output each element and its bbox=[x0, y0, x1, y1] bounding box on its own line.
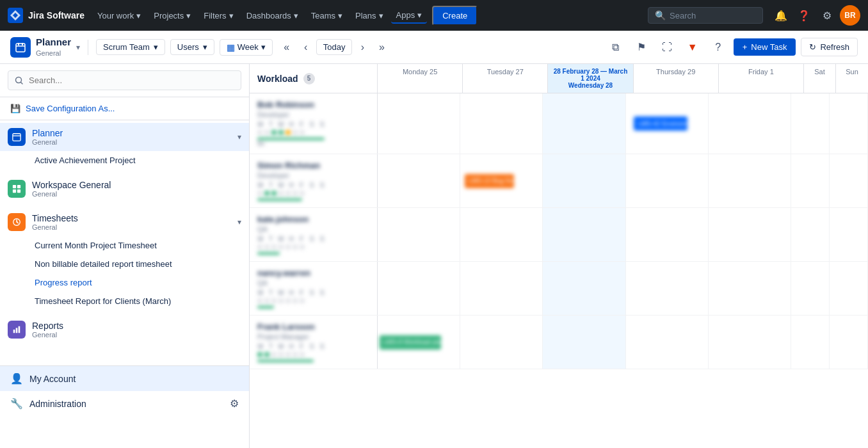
week-fast-back-button[interactable]: « bbox=[278, 38, 296, 56]
day-letters: MTWHFSS bbox=[257, 121, 369, 128]
main-layout: 💾 Save Configuration As... Planner Gener… bbox=[0, 64, 868, 448]
workload-bar bbox=[257, 360, 314, 362]
workload-count: 5h bbox=[257, 140, 369, 147]
cal-header-thu: Thursday 29 bbox=[634, 64, 719, 93]
sidebar-sub-progress-report[interactable]: Progress report bbox=[0, 273, 249, 292]
nav-dashboards[interactable]: Dashboards ▾ bbox=[241, 8, 303, 23]
reports-item-sub: General bbox=[32, 331, 241, 339]
flag-icon[interactable]: ⚑ bbox=[631, 37, 652, 58]
workload-dots bbox=[257, 191, 369, 196]
my-account-label: My Account bbox=[29, 374, 76, 384]
user-frank: Frank Larsson Project Manager MTWHFSS bbox=[250, 316, 378, 369]
gantt-cell bbox=[378, 93, 460, 154]
help-circle-icon[interactable]: ? bbox=[708, 37, 728, 58]
task-bar[interactable]: LMS-13 Bug fixing bbox=[465, 174, 514, 188]
week-back-button[interactable]: ‹ bbox=[297, 38, 315, 56]
user-name: Frank Larsson bbox=[257, 322, 369, 332]
gear-icon[interactable]: ⚙ bbox=[230, 397, 239, 410]
refresh-button[interactable]: ↻ Refresh bbox=[801, 38, 858, 56]
new-task-label: New Task bbox=[751, 42, 787, 52]
nav-plans[interactable]: Plans ▾ bbox=[350, 8, 389, 23]
sidebar-sub-current-month[interactable]: Current Month Project Timesheet bbox=[0, 236, 249, 255]
week-navigation: « ‹ Today › » bbox=[278, 38, 391, 56]
gantt-cell bbox=[709, 93, 791, 154]
timesheets-item-text: Timesheets General bbox=[32, 213, 231, 231]
sidebar-sub-active-achievement[interactable]: Active Achievement Project bbox=[0, 151, 249, 170]
cal-header-tue: Tuesday 27 bbox=[463, 64, 548, 93]
users-selector[interactable]: Users ▾ bbox=[170, 39, 214, 55]
planner-item-sub: General bbox=[32, 138, 231, 146]
week-forward-button[interactable]: › bbox=[353, 38, 371, 56]
settings-icon[interactable]: ⚙ bbox=[817, 5, 837, 26]
user-role: Developer bbox=[257, 111, 369, 118]
gantt-cell bbox=[626, 316, 709, 369]
sidebar-section-reports: Reports General bbox=[0, 313, 249, 346]
user-kate: kate.johnson QA MTWHFSS bbox=[250, 208, 378, 261]
sidebar-sub-non-billable[interactable]: Non billable detailed report timesheet bbox=[0, 255, 249, 273]
nav-your-work[interactable]: Your work ▾ bbox=[92, 8, 146, 23]
sidebar-search-container bbox=[0, 64, 249, 97]
planner-subtitle: General bbox=[36, 49, 61, 57]
save-config-button[interactable]: 💾 Save Configuration As... bbox=[0, 97, 249, 120]
gantt-cell: LMS-8 Workload planning bbox=[378, 316, 460, 369]
nav-teams[interactable]: Teams ▾ bbox=[306, 8, 348, 23]
user-name: Bob Robinson bbox=[257, 100, 369, 109]
nav-apps[interactable]: Apps ▾ bbox=[391, 8, 428, 24]
task-bar[interactable]: LMS-8 Workload planning bbox=[380, 335, 441, 349]
help-icon[interactable]: ❓ bbox=[794, 5, 814, 26]
nav-filters[interactable]: Filters ▾ bbox=[198, 8, 238, 23]
notifications-icon[interactable]: 🔔 bbox=[771, 5, 791, 26]
filter-icon[interactable]: ▼ bbox=[682, 37, 703, 58]
workspace-item-name: Workspace General bbox=[32, 180, 241, 190]
planner-item-text: Planner General bbox=[32, 128, 231, 146]
planner-sidebar-icon bbox=[8, 128, 26, 146]
planner-expand-icon[interactable]: ▾ bbox=[76, 43, 80, 52]
save-config-label: Save Configuration As... bbox=[26, 104, 115, 113]
table-row: kate.johnson QA MTWHFSS bbox=[250, 208, 868, 262]
gantt-cell bbox=[791, 316, 830, 369]
svg-rect-10 bbox=[13, 330, 15, 333]
sidebar-search-input[interactable] bbox=[8, 70, 241, 90]
nav-projects[interactable]: Projects ▾ bbox=[149, 8, 196, 23]
workspace-item-sub: General bbox=[32, 190, 241, 198]
user-avatar[interactable]: BR bbox=[840, 5, 860, 26]
timesheets-expand-chevron[interactable]: ▾ bbox=[237, 218, 241, 227]
task-bar[interactable]: LMS-42 Environment setup bbox=[634, 116, 687, 131]
sidebar-item-workspace[interactable]: Workspace General General bbox=[0, 175, 249, 203]
copy-icon[interactable]: ⧉ bbox=[606, 37, 626, 58]
sidebar-section-workspace: Workspace General General bbox=[0, 172, 249, 205]
new-task-button[interactable]: + New Task bbox=[734, 38, 796, 56]
gantt-cell bbox=[460, 262, 543, 315]
gantt-cell bbox=[791, 154, 830, 207]
user-role: Developer bbox=[257, 172, 369, 179]
planner-expand-chevron[interactable]: ▾ bbox=[237, 132, 241, 141]
sidebar-item-planner[interactable]: Planner General ▾ bbox=[0, 123, 249, 151]
user-nancy: nancy.warren QA MTWHFSS bbox=[250, 262, 378, 315]
user-role: QA bbox=[257, 279, 369, 287]
team-selector[interactable]: Scrum Team ▾ bbox=[96, 39, 165, 55]
sidebar-item-timesheets[interactable]: Timesheets General ▾ bbox=[0, 208, 249, 236]
week-fast-forward-button[interactable]: » bbox=[373, 38, 390, 56]
create-button[interactable]: Create bbox=[432, 6, 478, 26]
week-selector[interactable]: ▦ Week ▾ bbox=[220, 39, 273, 56]
gantt-cell bbox=[543, 262, 625, 315]
logo[interactable]: Jira Software bbox=[8, 8, 84, 23]
gantt-area: Bob Robinson Developer MTWHFSS bbox=[250, 93, 868, 448]
sidebar-sub-timesheet-clients[interactable]: Timesheet Report for Clients (March) bbox=[0, 292, 249, 310]
users-label: Users bbox=[177, 42, 199, 52]
search-bar[interactable]: 🔍 Search bbox=[648, 7, 763, 24]
gantt-cell bbox=[709, 316, 791, 369]
sidebar-item-reports[interactable]: Reports General bbox=[0, 316, 249, 344]
user-bob: Bob Robinson Developer MTWHFSS bbox=[250, 93, 378, 154]
fullscreen-icon[interactable]: ⛶ bbox=[657, 37, 677, 58]
sidebar-administration[interactable]: 🔧 Administration ⚙ bbox=[0, 391, 249, 416]
gantt-cell: LMS-13 Bug fixing bbox=[460, 154, 543, 207]
refresh-label: Refresh bbox=[820, 42, 849, 52]
gantt-cell bbox=[543, 208, 625, 261]
svg-rect-3 bbox=[22, 43, 23, 45]
sidebar-bottom: 👤 My Account 🔧 Administration ⚙ bbox=[0, 365, 249, 416]
sidebar-my-account[interactable]: 👤 My Account bbox=[0, 366, 249, 391]
planner-text: Planner General bbox=[36, 36, 71, 58]
calendar-header: Monday 25 Tuesday 27 28 February 28 — Ma… bbox=[378, 64, 868, 93]
today-button[interactable]: Today bbox=[316, 39, 353, 55]
